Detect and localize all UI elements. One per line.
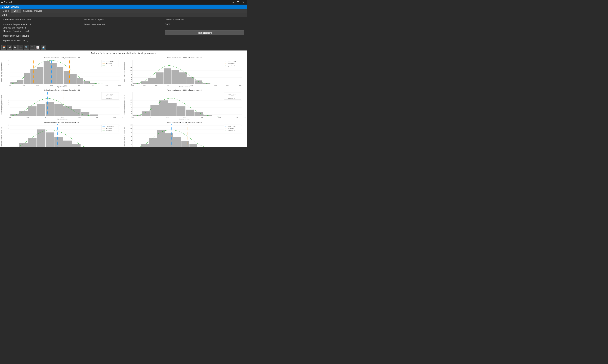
svg-text:0.06: 0.06 (78, 117, 81, 118)
svg-text:0.04: 0.04 (166, 117, 169, 118)
tab-single[interactable]: Single (0, 9, 11, 13)
svg-text:2: 2 (9, 79, 9, 81)
svg-text:0.07: 0.07 (218, 117, 221, 118)
chart-cell-p1000-30: Points in subvolume = 1000, subvolume si… (1, 56, 123, 88)
svg-rect-269 (181, 141, 189, 147)
svg-text:0.09: 0.09 (122, 117, 123, 118)
svg-text:14: 14 (8, 99, 9, 101)
svg-text:Relative frequency (% points i: Relative frequency (% points in run) (124, 95, 125, 115)
chart-cell-p6000-90: Points in subvolume = 6000, subvolume si… (124, 120, 246, 147)
subvolume-geometry: Subvolume Geometry: cube (2, 18, 82, 21)
svg-text:0.02: 0.02 (23, 85, 25, 86)
svg-rect-223 (55, 137, 63, 147)
histogram-p1000-60: Points in subvolume = 1000, subvolume si… (1, 88, 123, 120)
svg-text:14: 14 (130, 99, 132, 101)
back-button[interactable]: ◀ (7, 45, 12, 50)
svg-text:12: 12 (8, 102, 9, 103)
chart-cell-p1000-60: Points in subvolume = 1000, subvolume si… (1, 88, 123, 120)
chart-area: Bulk run 'bulk': objective minimum distr… (0, 51, 247, 147)
svg-text:4: 4 (131, 111, 132, 112)
maximize-button[interactable]: 🗖 (236, 1, 240, 4)
svg-text:6: 6 (9, 109, 9, 110)
svg-text:0.04: 0.04 (44, 117, 46, 118)
svg-text:mean = 0.056: mean = 0.056 (106, 126, 113, 127)
nav-tabs: Single Bulk Statistical analysis (0, 9, 247, 13)
svg-text:0.08: 0.08 (214, 85, 217, 86)
chart-cell-p6000-30: Points in subvolume = 6000, subvolume si… (124, 56, 246, 88)
home-button[interactable]: 🏠 (1, 45, 6, 50)
plot-histograms-button[interactable]: Plot histograms (165, 30, 244, 35)
svg-rect-31 (37, 67, 43, 84)
histogram-p6000-30: Points in subvolume = 6000, subvolume si… (124, 56, 246, 88)
svg-text:Objective minimum: Objective minimum (179, 86, 190, 88)
svg-text:12: 12 (130, 102, 132, 103)
info-col-3: Objective minimum None Plot histograms (165, 18, 244, 43)
svg-text:Relative frequency (% points i: Relative frequency (% points in run) (124, 63, 125, 82)
svg-text:12: 12 (8, 60, 9, 61)
svg-text:8: 8 (131, 74, 132, 76)
svg-text:0.02: 0.02 (9, 117, 11, 118)
svg-text:gaussian fit: gaussian fit (228, 130, 235, 131)
svg-text:6: 6 (131, 136, 132, 138)
svg-rect-220 (28, 138, 37, 147)
svg-text:gaussian fit: gaussian fit (106, 130, 112, 131)
svg-rect-179 (177, 106, 185, 116)
svg-text:std = 0.011: std = 0.011 (106, 95, 112, 97)
svg-text:mean = 0.039: mean = 0.039 (228, 61, 236, 63)
svg-rect-131 (55, 104, 63, 116)
svg-text:0.08: 0.08 (106, 85, 108, 86)
svg-text:2: 2 (131, 81, 132, 82)
svg-text:std = 0.013: std = 0.013 (106, 63, 112, 65)
custom-options-label: Custom options (2, 5, 19, 8)
svg-text:8: 8 (131, 132, 132, 134)
svg-rect-133 (72, 109, 81, 116)
section-header: Bulk (0, 13, 247, 17)
svg-text:2: 2 (9, 144, 9, 145)
tab-statistical[interactable]: Statistical analysis (21, 9, 44, 13)
svg-text:0.06: 0.06 (201, 117, 203, 118)
svg-text:4: 4 (131, 79, 132, 80)
close-button[interactable]: ✕ (241, 1, 245, 4)
histogram-p1000-90: Points in subvolume = 1000, subvolume si… (1, 120, 123, 147)
svg-text:Relative frequency (% points i: Relative frequency (% points in run) (1, 127, 2, 147)
svg-text:Relative frequency (% points i: Relative frequency (% points in run) (1, 63, 2, 82)
histogram-p6000-60: Points in subvolume = 6000, subvolume si… (124, 88, 246, 120)
svg-text:Objective minimum: Objective minimum (57, 86, 68, 88)
svg-rect-84 (179, 72, 187, 84)
svg-text:10: 10 (8, 128, 9, 130)
svg-text:0.06: 0.06 (78, 85, 80, 86)
svg-text:12: 12 (130, 69, 132, 71)
settings-button[interactable]: ☰ (30, 45, 35, 50)
save-button[interactable]: 💾 (41, 45, 46, 50)
svg-rect-28 (17, 80, 24, 84)
chart-button[interactable]: 📈 (35, 45, 40, 50)
svg-text:Points in subvolume = 6000, su: Points in subvolume = 6000, subvolume si… (167, 57, 202, 59)
minimize-button[interactable]: – (232, 1, 235, 4)
add-button[interactable]: ➕ (18, 45, 23, 50)
svg-text:0.08: 0.08 (236, 117, 238, 118)
svg-rect-32 (44, 61, 50, 84)
svg-text:0.09: 0.09 (118, 85, 121, 86)
svg-rect-270 (189, 144, 197, 147)
svg-text:0.05: 0.05 (61, 117, 64, 118)
svg-rect-81 (156, 72, 164, 84)
svg-text:Objective minimum: Objective minimum (57, 118, 68, 120)
svg-text:Points in subvolume = 1000, su: Points in subvolume = 1000, subvolume si… (44, 57, 80, 59)
svg-rect-83 (171, 70, 179, 84)
svg-text:gaussian fit: gaussian fit (106, 97, 112, 99)
svg-text:0.09: 0.09 (244, 117, 246, 118)
svg-rect-268 (173, 137, 181, 147)
svg-rect-85 (187, 77, 194, 84)
svg-rect-132 (63, 106, 72, 116)
tab-bulk[interactable]: Bulk (11, 9, 21, 13)
svg-text:14: 14 (130, 67, 132, 69)
max-displacement: Maximum Displacement: 15 (2, 23, 82, 26)
svg-text:10: 10 (8, 64, 9, 65)
svg-text:Objective minimum: Objective minimum (179, 118, 190, 120)
zoom-button[interactable]: 🔍 (24, 45, 29, 50)
svg-text:6: 6 (131, 109, 132, 110)
title-bar: ▶ Run bulk – 🗖 ✕ (0, 0, 247, 5)
forward-button[interactable]: ▶ (13, 45, 18, 50)
svg-text:Relative frequency (% points i: Relative frequency (% points in run) (124, 127, 125, 147)
svg-rect-265 (149, 138, 157, 147)
